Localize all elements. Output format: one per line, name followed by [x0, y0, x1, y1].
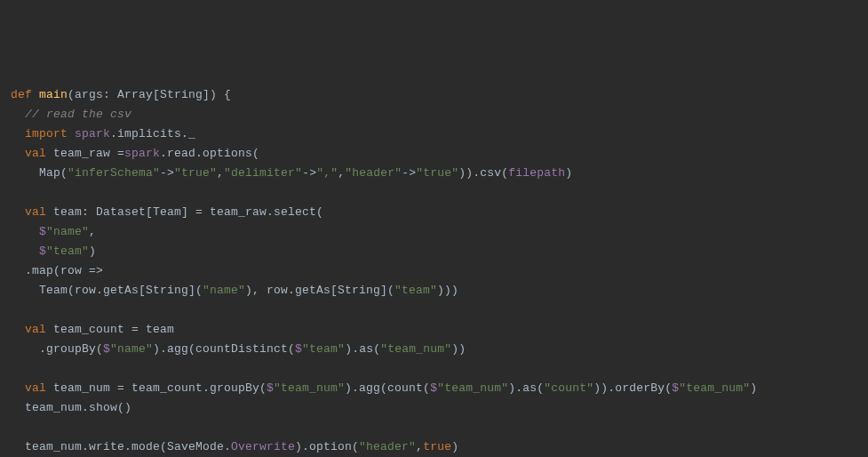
comma: ,: [89, 225, 96, 238]
dollar: $: [430, 381, 437, 395]
code-block: def main(args: Array[String]) { // read …: [11, 85, 857, 457]
code-text: ).agg(count(: [345, 381, 430, 395]
string: "team_num": [679, 381, 750, 395]
dollar: $: [295, 342, 302, 356]
paren: )): [451, 342, 466, 356]
string: "team_num": [437, 381, 508, 395]
string: "name": [110, 342, 153, 356]
map-call: Map(: [39, 166, 68, 180]
paren: ): [89, 245, 96, 258]
string: "team": [46, 245, 89, 258]
paren: ))): [437, 284, 458, 297]
string: "team": [394, 284, 437, 297]
overwrite: Overwrite: [231, 440, 295, 453]
string: "count": [544, 381, 593, 395]
string: "team_num": [274, 381, 345, 395]
bool-true: true: [423, 440, 451, 453]
paren: ): [565, 166, 572, 180]
pkg-spark: spark: [124, 147, 160, 160]
string: "team": [302, 342, 345, 356]
string: "team_num": [380, 342, 451, 356]
string: "inferSchema": [68, 166, 160, 180]
keyword-val: val: [25, 323, 46, 336]
code-text: ).agg(countDistinct(: [153, 342, 295, 356]
dollar: $: [103, 342, 110, 356]
function-name: main: [39, 88, 68, 101]
filepath-var: filepath: [508, 166, 565, 180]
string: "delimiter": [224, 166, 302, 180]
string: "header": [359, 440, 416, 453]
string: "name": [46, 225, 89, 238]
dollar: $: [267, 381, 274, 395]
string: "true": [174, 166, 217, 180]
code-text: Team(row.getAs[String](: [39, 284, 203, 297]
string: ",": [316, 166, 338, 180]
comment: // read the csv: [25, 108, 131, 121]
string: "true": [416, 166, 458, 180]
code-text: )).orderBy(: [593, 381, 672, 395]
code-text: team_raw =: [46, 147, 124, 160]
keyword-val: val: [25, 147, 46, 160]
code-text: ).as(: [508, 381, 544, 395]
arrow: ->: [402, 166, 416, 180]
string: "name": [203, 284, 245, 297]
keyword-val: val: [25, 381, 46, 395]
code-text: team_num.show(): [25, 401, 131, 414]
pkg-spark: spark: [75, 127, 110, 140]
paren: ): [750, 381, 757, 395]
comma: ,: [338, 166, 345, 180]
keyword-val: val: [25, 205, 46, 219]
code-text: team: Dataset[Team] = team_raw.select(: [46, 205, 323, 219]
code-text: )).csv(: [458, 166, 508, 180]
paren: ): [451, 440, 458, 453]
code-text: ), row.getAs[String](: [245, 284, 394, 297]
arrow: ->: [302, 166, 316, 180]
comma: ,: [217, 166, 224, 180]
code-text: .read.options(: [160, 147, 259, 160]
code-text: ).as(: [345, 342, 380, 356]
comma: ,: [416, 440, 423, 453]
keyword-import: import: [25, 127, 68, 140]
params: (args: Array[String]) {: [68, 88, 231, 101]
keyword-def: def: [11, 88, 32, 101]
code-text: ).option(: [295, 440, 359, 453]
dollar: $: [39, 245, 46, 258]
code-text: team_count = team: [46, 323, 174, 336]
map-call: .map(row =>: [25, 264, 103, 277]
code-text: .groupBy(: [39, 342, 103, 356]
arrow: ->: [160, 166, 174, 180]
implicits: .implicits._: [110, 127, 195, 140]
code-text: team_num.write.mode(SaveMode.: [25, 440, 231, 453]
dollar: $: [39, 225, 46, 238]
code-text: team_num = team_count.groupBy(: [46, 381, 267, 395]
string: "header": [345, 166, 402, 180]
